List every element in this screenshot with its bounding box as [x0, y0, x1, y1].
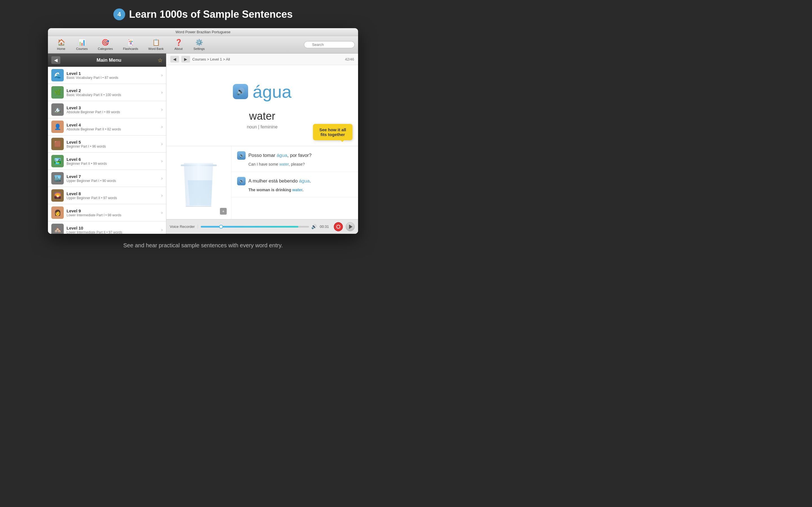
level4-subtitle: Absolute Beginner Part II • 82 words	[66, 127, 158, 131]
level7-thumb: 🏙️	[51, 172, 64, 184]
record-inner	[336, 225, 340, 229]
page-footer: See and hear practical sample sentences …	[123, 242, 283, 249]
water-glass-image	[179, 159, 218, 207]
level10-title: Level 10	[66, 226, 158, 230]
toolbar-flashcards-label: Flashcards	[123, 47, 138, 50]
level3-thumb: 🏔️	[51, 103, 64, 116]
footer-text: See and hear practical sample sentences …	[123, 242, 283, 248]
toolbar-wordbank-label: Word Bank	[148, 47, 163, 50]
level2-text: Level 2 Basic Vocabulary Part II • 100 w…	[66, 88, 158, 97]
wordbank-icon: 📋	[152, 39, 160, 46]
nav-prev-button[interactable]: ◀	[170, 56, 179, 62]
sound-wave-icon: 🔊	[311, 224, 317, 229]
level6-chevron: ›	[161, 159, 163, 164]
level5-subtitle: Beginner Part I • 96 words	[66, 145, 158, 149]
level2-thumb: 🌿	[51, 86, 64, 99]
level10-thumb: 🏘️	[51, 224, 64, 234]
level4-thumb: 👤	[51, 121, 64, 133]
progress-fill-blue	[201, 226, 220, 228]
sentence2-pt-text: A mulher está bebendo água.	[248, 178, 311, 184]
sentences-area: + 🔊 Posso tomar água, por favor? Can I h…	[166, 146, 358, 219]
voice-recorder: Voice Recorder 🔊 00:31	[166, 219, 358, 234]
level9-title: Level 9	[66, 209, 158, 213]
word-info: noun | feminine	[247, 124, 277, 129]
record-button[interactable]	[334, 222, 343, 231]
toolbar-about-label: About	[174, 47, 183, 50]
sidebar-item-level8[interactable]: 🌄 Level 8 Upper Beginner Part II • 97 wo…	[48, 187, 166, 204]
level9-chevron: ›	[161, 210, 163, 215]
level6-subtitle: Beginner Part II • 99 words	[66, 162, 158, 166]
level4-text: Level 4 Absolute Beginner Part II • 82 w…	[66, 122, 158, 131]
sentence2-pt: 🔊 A mulher está bebendo água.	[237, 177, 352, 185]
sidebar-title: Main Menu	[63, 57, 155, 63]
toolbar: 🏠 Home 📊 Courses 🎯 Categories 🃏 Flashcar…	[48, 36, 358, 54]
nav-next-button[interactable]: ▶	[181, 56, 190, 62]
toolbar-categories[interactable]: 🎯 Categories	[93, 38, 118, 52]
toolbar-courses-label: Courses	[76, 47, 88, 50]
sidebar-item-level5[interactable]: 🟫 Level 5 Beginner Part I • 96 words ›	[48, 135, 166, 153]
level6-thumb: 🏞️	[51, 155, 64, 167]
level7-chevron: ›	[161, 176, 163, 181]
sentence2-en-highlighted: water	[292, 187, 303, 192]
progress-fill-teal	[220, 226, 298, 228]
sidebar-back-button[interactable]: ◀	[51, 56, 60, 64]
sidebar: ◀ Main Menu ☆ 🌊 Level 1 Basic Vocabulary…	[48, 54, 166, 234]
sentence-item-1: 🔊 Posso tomar água, por favor? Can I hav…	[232, 146, 358, 172]
toolbar-courses[interactable]: 📊 Courses	[71, 38, 93, 52]
level1-chevron: ›	[161, 73, 163, 78]
level2-chevron: ›	[161, 90, 163, 95]
word-speak-button[interactable]: 🔊	[233, 84, 248, 99]
level3-title: Level 3	[66, 105, 158, 110]
toolbar-home-label: Home	[57, 47, 65, 50]
sidebar-item-level2[interactable]: 🌿 Level 2 Basic Vocabulary Part II • 100…	[48, 84, 166, 101]
sidebar-item-level4[interactable]: 👤 Level 4 Absolute Beginner Part II • 82…	[48, 118, 166, 135]
level10-chevron: ›	[161, 227, 163, 232]
sidebar-item-level1[interactable]: 🌊 Level 1 Basic Vocabulary Part I • 87 w…	[48, 67, 166, 84]
level8-title: Level 8	[66, 191, 158, 196]
sentence2-en: The woman is drinking water.	[248, 187, 352, 192]
toolbar-settings-label: Settings	[193, 47, 205, 50]
sentence2-speak-button[interactable]: 🔊	[237, 177, 246, 185]
level3-subtitle: Absolute Beginner Part I • 89 words	[66, 110, 158, 114]
title-bar: Word Power Brazilian Portuguese	[48, 28, 358, 36]
toolbar-flashcards[interactable]: 🃏 Flashcards	[118, 38, 143, 52]
level6-text: Level 6 Beginner Part II • 99 words	[66, 157, 158, 166]
sentence1-pt-text: Posso tomar água, por favor?	[248, 153, 312, 158]
play-button[interactable]	[346, 222, 355, 231]
level1-thumb: 🌊	[51, 69, 64, 81]
home-icon: 🏠	[57, 39, 65, 46]
step-badge: 4	[113, 8, 125, 20]
categories-icon: 🎯	[101, 39, 109, 46]
about-icon: ❓	[175, 39, 183, 46]
favorite-icon[interactable]: ☆	[158, 57, 163, 64]
level7-subtitle: Upper Beginner Part I • 90 words	[66, 179, 158, 183]
toolbar-settings[interactable]: ⚙️ Settings	[188, 38, 210, 52]
toolbar-wordbank[interactable]: 📋 Word Bank	[143, 38, 168, 52]
toolbar-home[interactable]: 🏠 Home	[51, 38, 71, 52]
page-header: 4 Learn 1000s of Sample Sentences	[113, 8, 293, 20]
progress-track[interactable]	[201, 226, 309, 228]
level10-subtitle: Lower Intermediate Part II • 97 words	[66, 230, 158, 234]
level4-title: Level 4	[66, 122, 158, 127]
sidebar-item-level10[interactable]: 🏘️ Level 10 Lower Intermediate Part II •…	[48, 221, 166, 234]
recorder-label: Voice Recorder	[170, 224, 198, 229]
time-display: 00:31	[320, 224, 331, 229]
search-input[interactable]	[304, 41, 355, 48]
app-window: Word Power Brazilian Portuguese 🏠 Home 📊…	[48, 28, 358, 234]
sidebar-item-level6[interactable]: 🏞️ Level 6 Beginner Part II • 99 words ›	[48, 153, 166, 170]
word-header: 🔊 água	[233, 82, 292, 102]
sidebar-item-level3[interactable]: 🏔️ Level 3 Absolute Beginner Part I • 89…	[48, 101, 166, 118]
sidebar-item-level9[interactable]: 👩 Level 9 Lower Intermediate Part I • 98…	[48, 204, 166, 221]
toolbar-about[interactable]: ❓ About	[168, 38, 188, 52]
level8-thumb: 🌄	[51, 189, 64, 202]
image-expand-button[interactable]: +	[220, 208, 227, 215]
courses-icon: 📊	[78, 39, 86, 46]
level9-subtitle: Lower Intermediate Part I • 98 words	[66, 213, 158, 217]
content-counter: 42/46	[345, 57, 354, 61]
image-panel: +	[166, 146, 231, 219]
sentence1-speak-button[interactable]: 🔊	[237, 151, 246, 160]
sidebar-item-level7[interactable]: 🏙️ Level 7 Upper Beginner Part I • 90 wo…	[48, 170, 166, 187]
breadcrumb: Courses > Level 1 > All	[192, 57, 343, 61]
sentence1-pt-highlighted: água	[276, 153, 287, 158]
sentences-list: 🔊 Posso tomar água, por favor? Can I hav…	[231, 146, 358, 219]
